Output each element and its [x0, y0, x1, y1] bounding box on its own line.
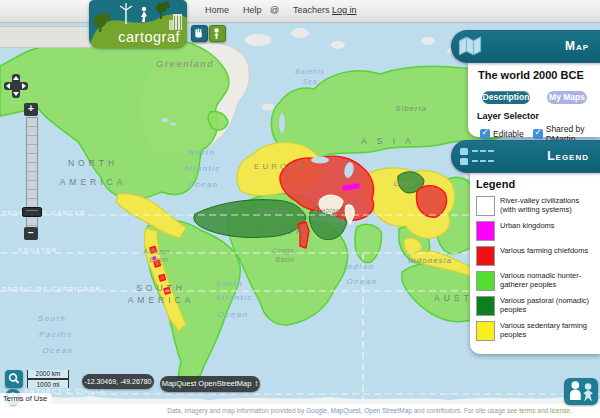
legend-label: Various farming chiefdoms [500, 246, 592, 266]
scale-km: 2000 km [27, 370, 69, 379]
attrib-text: and contributors. For site usage see [412, 407, 519, 414]
attrib-link-terms[interactable]: terms [519, 407, 535, 414]
map-panel-body: The world 2000 BCE DescriptionMy Maps La… [468, 61, 600, 137]
legend-label: Urban kingdoms [500, 221, 592, 241]
black-sea [311, 157, 329, 164]
editable-checkbox[interactable] [480, 129, 490, 139]
pan-tool-button[interactable] [191, 25, 208, 42]
map-scale: 2000 km 1000 mi [27, 370, 69, 388]
logo-wordmark: cartograf [118, 29, 180, 45]
legend-label: Various nomadic hunter-gatherer peoples [500, 271, 592, 291]
magnifier-icon [5, 370, 23, 388]
pan-control[interactable] [4, 74, 28, 98]
updown-arrow-icon: ↕ [254, 379, 258, 388]
basemap-label: MapQuest OpenStreetMap [162, 379, 252, 388]
people-icon [564, 378, 598, 405]
person-tool-button[interactable] [209, 25, 226, 42]
pan-right-icon [22, 83, 26, 89]
header-left-tab [0, 26, 97, 48]
zoom-slider-handle[interactable] [22, 207, 42, 217]
legend-swatch-farming-chiefdoms [476, 246, 495, 266]
collaboration-button[interactable] [564, 378, 598, 405]
legend-swatch-hunter-gather [476, 271, 495, 291]
magnifier-button[interactable] [5, 370, 23, 388]
legend-label: River-valley civilizations (with writing… [500, 196, 592, 216]
legend-swatch-pastoral [476, 296, 495, 316]
pan-down-icon [13, 92, 19, 96]
nav-login[interactable]: Log in [332, 5, 357, 15]
map-attribution: Data, imagery and map information provid… [167, 407, 572, 414]
attrib-link-mapquest[interactable]: MapQuest [331, 407, 361, 414]
folded-map-icon [458, 36, 482, 61]
legend-item: Urban kingdoms [476, 221, 596, 241]
cartograf-logo[interactable]: cartograf [89, 0, 187, 48]
legend-item: Various pastoral (nomadic) peoples [476, 296, 596, 316]
legend-swatch-river-valley [476, 196, 495, 216]
person-icon [210, 27, 223, 40]
hand-icon [192, 27, 205, 40]
nav-at[interactable]: @ [270, 5, 279, 15]
legend-title: Legend [476, 178, 600, 190]
attrib-text: . [570, 407, 572, 414]
zoom-out-button[interactable]: − [24, 227, 38, 240]
legend-label: Various sedentary farming peoples [500, 321, 592, 341]
legend-swatch-urban-kingdoms [476, 221, 495, 241]
pan-up-icon [13, 76, 19, 80]
legend-item: River-valley civilizations (with writing… [476, 196, 596, 216]
map-panel-title: Map [565, 39, 589, 53]
shared-checkbox[interactable] [533, 129, 543, 139]
legend-swatch-sedentary [476, 321, 495, 341]
map-panel-header[interactable]: Map [451, 30, 600, 63]
my-maps-button[interactable]: My Maps [547, 91, 587, 104]
andes-chiefdom-1 [150, 247, 157, 254]
legend-label: Various pastoral (nomadic) peoples [500, 296, 592, 316]
nav-teachers[interactable]: Teachers [293, 5, 330, 15]
pan-left-icon [6, 83, 10, 89]
attrib-text: and [535, 407, 549, 414]
attrib-link-google[interactable]: Google [306, 407, 327, 414]
legend-panel-title: Legend [547, 149, 589, 163]
attrib-link-osm[interactable]: Open StreetMap [364, 407, 412, 414]
legend-item: Various sedentary farming peoples [476, 321, 596, 341]
basemap-selector[interactable]: MapQuest OpenStreetMap↕ [160, 376, 260, 392]
nav-help[interactable]: Help [243, 5, 262, 15]
layer-selector-label: Layer Selector [477, 111, 600, 121]
zoom-in-button[interactable]: + [24, 103, 38, 116]
nile-poly [298, 222, 309, 248]
andes-chiefdom-3 [159, 275, 166, 282]
editable-label: Editable [493, 129, 524, 139]
description-button[interactable]: Description [482, 91, 530, 104]
terms-of-use-link[interactable]: Terms of Use [0, 393, 52, 405]
coordinates-readout: -12.30469, -49.26780 [82, 374, 154, 389]
nav-home[interactable]: Home [205, 5, 229, 15]
legend-panel-header[interactable]: Legend [451, 140, 600, 173]
attrib-link-license[interactable]: license [550, 407, 570, 414]
cartograf-app: Greenland Barents Sea Siberia A S I A EU… [0, 0, 600, 418]
attrib-text: Data, imagery and map information provid… [167, 407, 306, 414]
legend-panel-body: Legend River-valley civilizations (with … [470, 171, 600, 354]
legend-item: Various nomadic hunter-gatherer peoples [476, 271, 596, 291]
scale-mi: 1000 mi [27, 379, 69, 388]
map-title: The world 2000 BCE [478, 69, 600, 81]
legend-item: Various farming chiefdoms [476, 246, 596, 266]
andes-chiefdom-2 [154, 261, 161, 268]
